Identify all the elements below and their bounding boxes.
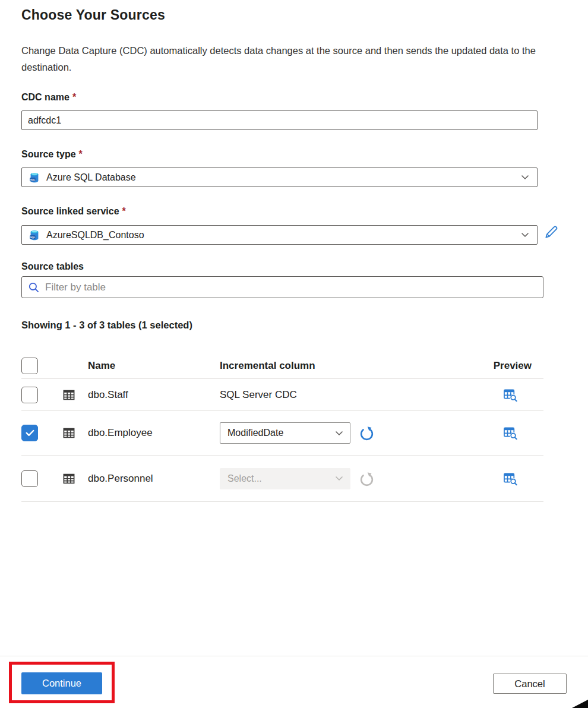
source-linked-service-label: Source linked service* — [21, 206, 126, 217]
refresh-icon — [358, 470, 375, 487]
table-header-row: Name Incremental column Preview — [21, 353, 543, 379]
page-title: Choose Your Sources — [21, 7, 165, 23]
required-asterisk: * — [79, 149, 83, 159]
continue-button[interactable]: Continue — [21, 672, 102, 694]
cdc-name-label: CDC name* — [21, 92, 76, 103]
source-type-label-text: Source type — [21, 149, 76, 159]
table-name: dbo.Personnel — [88, 473, 220, 485]
row-checkbox[interactable] — [21, 387, 38, 403]
row-checkbox[interactable] — [21, 470, 38, 487]
source-type-dropdown[interactable]: Azure SQL Database — [21, 167, 538, 187]
table-row: dbo.Staff SQL Server CDC — [21, 379, 543, 411]
select-all-checkbox[interactable] — [21, 358, 38, 374]
preview-table-icon[interactable] — [503, 426, 517, 440]
footer-divider — [0, 656, 588, 656]
cdc-name-input[interactable] — [21, 110, 538, 130]
incremental-column-value: Select... — [227, 473, 336, 484]
checkmark-icon — [26, 429, 34, 437]
incremental-column-value: ModifiedDate — [227, 428, 336, 438]
chevron-down-icon — [521, 233, 529, 237]
table-grid-icon — [39, 388, 88, 402]
results-summary: Showing 1 - 3 of 3 tables (1 selected) — [21, 320, 192, 331]
source-linked-service-label-text: Source linked service — [21, 206, 119, 216]
edit-pencil-icon[interactable] — [543, 224, 559, 240]
table-grid-icon — [39, 472, 88, 485]
column-header-preview: Preview — [398, 360, 543, 372]
source-linked-service-dropdown[interactable]: AzureSQLDB_Contoso — [21, 225, 538, 245]
chevron-down-icon — [521, 175, 529, 179]
table-name: dbo.Employee — [88, 427, 220, 439]
source-tables-list: Name Incremental column Preview dbo.Staf… — [21, 353, 543, 502]
source-tables-label: Source tables — [21, 261, 84, 272]
table-row: dbo.Personnel Select... — [21, 456, 543, 502]
row-checkbox[interactable] — [21, 425, 38, 441]
refresh-icon[interactable] — [358, 425, 375, 441]
table-name: dbo.Staff — [88, 389, 220, 401]
source-type-value: Azure SQL Database — [46, 172, 521, 183]
table-grid-icon — [39, 426, 88, 440]
search-icon — [28, 282, 40, 293]
preview-table-icon[interactable] — [503, 388, 517, 402]
chevron-down-icon — [336, 431, 343, 435]
incremental-column-dropdown[interactable]: ModifiedDate — [220, 422, 350, 444]
mouse-cursor-artifact — [572, 700, 588, 708]
cancel-button[interactable]: Cancel — [493, 674, 567, 694]
chevron-down-icon — [336, 476, 343, 481]
incremental-column-dropdown-disabled: Select... — [220, 468, 350, 489]
required-asterisk: * — [72, 92, 76, 102]
incremental-column-value: SQL Server CDC — [220, 389, 398, 401]
table-row: dbo.Employee ModifiedDate — [21, 411, 543, 456]
column-header-name: Name — [88, 360, 220, 372]
azure-sql-database-icon — [29, 230, 40, 241]
source-type-label: Source type* — [21, 149, 83, 160]
table-filter-input[interactable] — [45, 282, 537, 293]
azure-sql-database-icon — [29, 172, 40, 183]
cdc-name-label-text: CDC name — [21, 92, 69, 102]
table-filter-box[interactable] — [21, 276, 543, 298]
column-header-incremental: Incremental column — [220, 360, 398, 372]
page-description: Change Data Capture (CDC) automatically … — [21, 43, 545, 75]
source-linked-service-value: AzureSQLDB_Contoso — [46, 230, 521, 241]
source-tables-label-text: Source tables — [21, 261, 84, 271]
required-asterisk: * — [122, 206, 126, 216]
preview-table-icon[interactable] — [503, 472, 517, 486]
